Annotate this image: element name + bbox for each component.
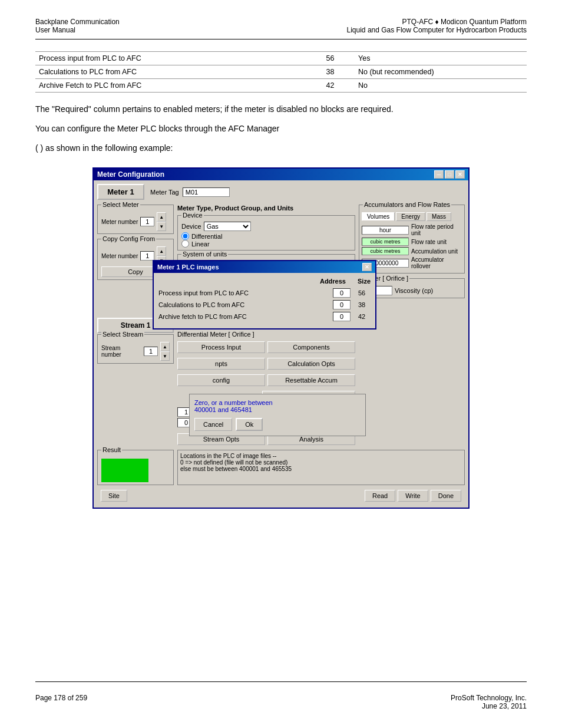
calc-opts-btn[interactable]: Calculation Opts (267, 358, 355, 370)
zero-dialog-btns: Cancel Ok (194, 418, 361, 431)
meter-number-row: Meter number ▲ ▼ (101, 212, 170, 231)
data-table: Process input from PLC to AFC 56 Yes Cal… (35, 51, 527, 93)
read-btn[interactable]: Read (365, 490, 395, 502)
locations-text2: 0 => not defined (file will not be scann… (180, 459, 462, 466)
copy-number-input[interactable] (140, 251, 154, 261)
ok-button[interactable]: Ok (236, 418, 263, 431)
zero-line1: Zero, or a number between (194, 399, 361, 406)
accum-input2[interactable] (362, 238, 409, 246)
plc-row1-addr[interactable] (333, 288, 351, 298)
locations-box: Locations in the PLC of image files -- 0… (177, 450, 465, 485)
meter-tag-input[interactable] (183, 187, 230, 197)
table-cell-label: Process input from PLC to AFC (35, 52, 306, 65)
meter-config-window: Meter Configuration ─ □ ✕ Meter 1 Meter … (92, 167, 470, 509)
plc-row3-label: Archive fetch to PLC from AFC (158, 313, 333, 320)
accum-input3[interactable] (362, 247, 409, 255)
page-footer: Page 178 of 259 ProSoft Technology, Inc.… (35, 681, 527, 710)
done-btn[interactable]: Done (431, 490, 461, 502)
accum-row3: Accumulation unit (362, 247, 462, 255)
differential-label: Differential (191, 233, 222, 240)
header-right: PTQ-AFC ♦ Modicon Quantum Platform Liqui… (347, 18, 527, 34)
meter-tag-label: Meter Tag (150, 189, 179, 196)
tab-volumes[interactable]: Volumes (362, 212, 395, 221)
table-cell-value: Yes (355, 52, 527, 65)
linear-radio-row: Linear (181, 240, 351, 248)
accum-label4: Accumulator rollover (411, 256, 462, 269)
minimize-btn[interactable]: ─ (434, 170, 444, 179)
titlebar-controls: ─ □ ✕ (434, 170, 465, 179)
device-select[interactable]: Gas (204, 222, 251, 231)
tab-mass[interactable]: Mass (427, 212, 451, 221)
sys-units-title: System of units (181, 251, 228, 258)
accum-tabs: Volumes Energy Mass (362, 212, 462, 221)
accum-row2: Flow rate unit (362, 238, 462, 246)
table-row: Process input from PLC to AFC 56 Yes (35, 52, 527, 65)
plc-dialog-titlebar: Meter 1 PLC images ✕ (154, 261, 375, 273)
device-group: Device Device Gas Differential (177, 215, 355, 251)
plc-row2: Calculations to PLC from AFC 38 (158, 300, 371, 309)
cancel-button[interactable]: Cancel (194, 418, 232, 431)
table-row: Calculations to PLC from AFC 38 No (but … (35, 65, 527, 79)
stream-number-input[interactable] (144, 347, 158, 356)
plc-col-address: Address (320, 278, 346, 285)
body-text3: ( ) as shown in the following example: (35, 142, 527, 154)
linear-label: Linear (191, 241, 210, 248)
close-btn[interactable]: ✕ (455, 170, 465, 179)
table-cell-label: Calculations to PLC from AFC (35, 65, 306, 79)
table-cell-num: 42 (306, 79, 355, 93)
maximize-btn[interactable]: □ (445, 170, 454, 179)
device-group-title: Device (181, 212, 204, 219)
differential-radio[interactable] (181, 232, 189, 240)
accum-label1: Flow rate period unit (411, 223, 462, 236)
copy-number-label: Meter number (101, 253, 138, 259)
meter-number-input[interactable] (140, 217, 154, 226)
stream-down-btn[interactable]: ▼ (160, 351, 170, 361)
plc-row2-addr[interactable] (333, 300, 351, 309)
bottom-buttons: Site Read Write Done (97, 487, 465, 504)
components-btn[interactable]: Components (267, 341, 355, 353)
meter-up-btn[interactable]: ▲ (157, 212, 166, 222)
buttons-row3: config Resettable Accum (177, 374, 355, 386)
meter-top-row: Meter 1 Meter Tag (97, 184, 465, 200)
site-btn[interactable]: Site (101, 490, 127, 502)
resettable-btn[interactable]: Resettable Accum (267, 374, 355, 386)
bottom-area: Result Locations in the PLC of image fil… (97, 450, 465, 485)
plc-col-size: Size (358, 278, 371, 285)
table-row: Archive Fetch to PLC from AFC 42 No (35, 79, 527, 93)
stream-up-btn[interactable]: ▲ (160, 342, 170, 351)
plc-row3-addr[interactable] (333, 312, 351, 321)
accum-input1[interactable] (362, 226, 409, 235)
meter-number-label: Meter number (101, 219, 138, 225)
tab-energy[interactable]: Energy (396, 212, 425, 221)
plc-row3-size: 42 (353, 313, 371, 320)
meter-down-btn[interactable]: ▼ (157, 222, 166, 231)
accum-row1: Flow rate period unit (362, 223, 462, 236)
select-stream-group: Select Stream Stream number ▲ ▼ (97, 334, 174, 364)
plc-dialog-body: Address Size Process input from PLC to A… (154, 273, 375, 328)
meter-label-button[interactable]: Meter 1 (97, 184, 144, 200)
process-input-btn[interactable]: Process Input (177, 341, 265, 353)
table-cell-label: Archive Fetch to PLC from AFC (35, 79, 306, 93)
plc-row1-size: 56 (353, 289, 371, 297)
config-btn[interactable]: config (177, 374, 265, 386)
plc-images-dialog: Meter 1 PLC images ✕ Address Size Proces… (153, 260, 376, 330)
plc-row2-size: 38 (353, 301, 371, 308)
page-header: Backplane Communication User Manual PTQ-… (35, 18, 527, 34)
linear-radio[interactable] (181, 240, 189, 248)
page-container: Backplane Communication User Manual PTQ-… (0, 0, 562, 728)
plc-close-btn[interactable]: ✕ (362, 263, 372, 271)
window-titlebar: Meter Configuration ─ □ ✕ (94, 169, 468, 180)
header-divider (35, 39, 527, 39)
plc-dialog-title: Meter 1 PLC images (157, 263, 219, 271)
write-btn[interactable]: Write (398, 490, 428, 502)
plc-row2-label: Calculations to PLC from AFC (158, 301, 333, 308)
window-body: Meter 1 Meter Tag Select Meter (94, 180, 468, 508)
diff-meter-label: Differential Meter [ Orifice ] (177, 331, 355, 338)
company-name: ProSoft Technology, Inc. (451, 694, 527, 702)
npts-btn[interactable]: npts (177, 358, 265, 370)
header-right-line1: PTQ-AFC ♦ Modicon Quantum Platform (347, 18, 527, 26)
plc-row3: Archive fetch to PLC from AFC 42 (158, 312, 371, 321)
buttons-row2: npts Calculation Opts (177, 358, 355, 370)
copy-up-btn[interactable]: ▲ (157, 246, 166, 256)
plc-row1-label: Process input from PLC to AFC (158, 289, 333, 297)
